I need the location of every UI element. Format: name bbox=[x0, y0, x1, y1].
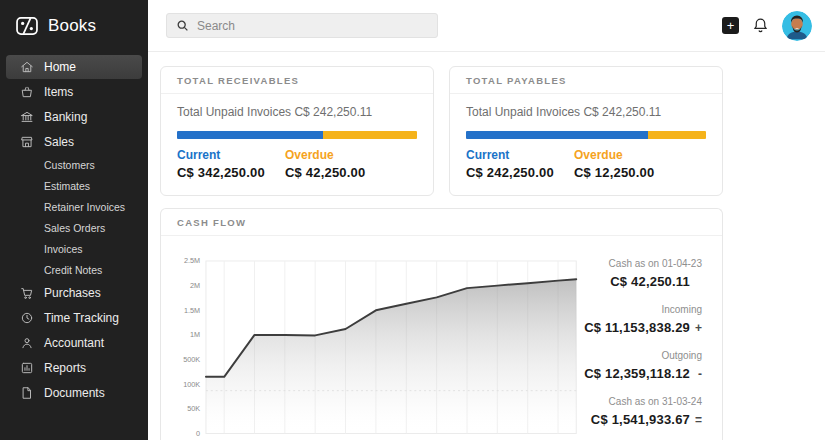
cash-flow-stat-incoming: IncomingC$ 11,153,838.29+ bbox=[584, 304, 702, 336]
sidebar-item-label: Home bbox=[44, 60, 76, 74]
items-icon bbox=[20, 85, 34, 99]
sidebar: Books HomeItemsBankingSalesCustomersEsti… bbox=[0, 0, 148, 440]
stat-value: C$ 11,153,838.29 bbox=[584, 320, 690, 335]
app-logo[interactable]: Books bbox=[0, 0, 148, 49]
reports-icon bbox=[20, 361, 34, 375]
quick-add-button[interactable]: + bbox=[722, 17, 739, 34]
sidebar-item-purchases[interactable]: Purchases bbox=[6, 281, 142, 305]
sidebar-item-banking[interactable]: Banking bbox=[6, 105, 142, 129]
sidebar-item-label: Reports bbox=[44, 361, 86, 375]
payables-current-value: C$ 242,250.00 bbox=[466, 165, 574, 180]
receivables-current-value: C$ 342,250.00 bbox=[177, 165, 285, 180]
payables-current-segment bbox=[466, 131, 648, 139]
stat-operator: = bbox=[690, 413, 702, 427]
total-receivables-card: TOTAL RECEIVABLES Total Unpaid Invoices … bbox=[160, 66, 434, 196]
svg-text:100K: 100K bbox=[183, 380, 200, 389]
search-input[interactable] bbox=[197, 19, 428, 33]
svg-text:1M: 1M bbox=[190, 330, 200, 339]
stat-operator: - bbox=[690, 367, 702, 381]
cash-flow-chart: 050K100K500K1M1.5M2M2.5MAPRMAYJUNJULAUGS… bbox=[173, 248, 584, 440]
sidebar-item-label: Purchases bbox=[44, 286, 101, 300]
purchases-icon bbox=[20, 286, 34, 300]
stat-label: Cash as on 01-04-23 bbox=[584, 258, 702, 269]
svg-text:2M: 2M bbox=[190, 281, 200, 290]
sidebar-item-documents[interactable]: Documents bbox=[6, 381, 142, 405]
payables-overdue-label: Overdue bbox=[574, 148, 682, 162]
stat-operator: + bbox=[690, 321, 702, 335]
total-payables-card: TOTAL PAYABLES Total Unpaid Invoices C$ … bbox=[449, 66, 723, 196]
payables-overdue-segment bbox=[648, 131, 706, 139]
sales-icon bbox=[20, 135, 34, 149]
cash-flow-card-title: CASH FLOW bbox=[161, 209, 722, 236]
receivables-subtitle: Total Unpaid Invoices C$ 242,250.11 bbox=[177, 105, 417, 119]
sidebar-item-sales[interactable]: Sales bbox=[6, 130, 142, 154]
receivables-card-title: TOTAL RECEIVABLES bbox=[161, 67, 433, 94]
dashboard-content: TOTAL RECEIVABLES Total Unpaid Invoices … bbox=[148, 52, 825, 440]
payables-progress-bar bbox=[466, 131, 706, 139]
receivables-overdue-label: Overdue bbox=[285, 148, 393, 162]
main-area: + bbox=[148, 0, 825, 440]
cash-flow-stats: Cash as on 01-04-23C$ 42,250.11IncomingC… bbox=[584, 248, 708, 440]
receivables-overdue-segment bbox=[323, 131, 417, 139]
banking-icon bbox=[20, 110, 34, 124]
sidebar-item-label: Sales bbox=[44, 135, 74, 149]
receivables-overdue-value: C$ 42,250.00 bbox=[285, 165, 393, 180]
sidebar-subitem-credit-notes[interactable]: Credit Notes bbox=[6, 260, 142, 281]
receivables-progress-bar bbox=[177, 131, 417, 139]
cash-flow-card: CASH FLOW 050K100K500K1M1.5M2M2.5MAPRMAY… bbox=[160, 208, 723, 440]
time-tracking-icon bbox=[20, 311, 34, 325]
svg-text:2.5M: 2.5M bbox=[184, 256, 200, 265]
sidebar-item-label: Banking bbox=[44, 110, 87, 124]
payables-card-title: TOTAL PAYABLES bbox=[450, 67, 722, 94]
sidebar-item-home[interactable]: Home bbox=[6, 55, 142, 79]
payables-current-label: Current bbox=[466, 148, 574, 162]
cash-flow-stat-cash-as-on-01-04-23: Cash as on 01-04-23C$ 42,250.11 bbox=[584, 258, 702, 290]
search-box[interactable] bbox=[166, 13, 438, 38]
stat-label: Incoming bbox=[584, 304, 702, 315]
accountant-icon bbox=[20, 336, 34, 350]
sidebar-subitem-retainer-invoices[interactable]: Retainer Invoices bbox=[6, 197, 142, 218]
stat-value: C$ 12,359,118.12 bbox=[584, 366, 690, 381]
sidebar-subitem-sales-orders[interactable]: Sales Orders bbox=[6, 218, 142, 239]
cash-flow-stat-outgoing: OutgoingC$ 12,359,118.12- bbox=[584, 350, 702, 382]
topbar-actions: + bbox=[722, 11, 812, 41]
sidebar-subitem-invoices[interactable]: Invoices bbox=[6, 239, 142, 260]
svg-text:0: 0 bbox=[196, 429, 200, 438]
sidebar-item-time-tracking[interactable]: Time Tracking bbox=[6, 306, 142, 330]
cash-flow-stat-cash-as-on-31-03-24: Cash as on 31-03-24C$ 1,541,933.67= bbox=[584, 396, 702, 428]
stat-value: C$ 1,541,933.67 bbox=[591, 412, 690, 427]
topbar: + bbox=[148, 0, 825, 52]
app-window: Books HomeItemsBankingSalesCustomersEsti… bbox=[0, 0, 825, 440]
svg-text:50K: 50K bbox=[187, 404, 200, 413]
receivables-current-label: Current bbox=[177, 148, 285, 162]
sidebar-item-label: Documents bbox=[44, 386, 105, 400]
stat-label: Outgoing bbox=[584, 350, 702, 361]
payables-subtitle: Total Unpaid Invoices C$ 242,250.11 bbox=[466, 105, 706, 119]
notifications-bell-icon[interactable] bbox=[752, 17, 769, 34]
search-icon bbox=[176, 19, 189, 32]
cash-flow-chart-svg: 050K100K500K1M1.5M2M2.5MAPRMAYJUNJULAUGS… bbox=[173, 248, 584, 440]
sidebar-item-items[interactable]: Items bbox=[6, 80, 142, 104]
sidebar-item-reports[interactable]: Reports bbox=[6, 356, 142, 380]
sidebar-item-label: Time Tracking bbox=[44, 311, 119, 325]
home-icon bbox=[20, 60, 34, 74]
stat-value: C$ 42,250.11 bbox=[610, 274, 690, 289]
receivables-current-segment bbox=[177, 131, 323, 139]
sidebar-subitem-estimates[interactable]: Estimates bbox=[6, 176, 142, 197]
svg-text:1.5M: 1.5M bbox=[184, 306, 200, 315]
sidebar-item-label: Items bbox=[44, 85, 73, 99]
sidebar-subitem-customers[interactable]: Customers bbox=[6, 155, 142, 176]
sidebar-item-label: Accountant bbox=[44, 336, 104, 350]
documents-icon bbox=[20, 386, 34, 400]
app-title: Books bbox=[48, 16, 96, 36]
svg-text:500K: 500K bbox=[183, 355, 200, 364]
stat-label: Cash as on 31-03-24 bbox=[584, 396, 702, 407]
summary-cards-row: TOTAL RECEIVABLES Total Unpaid Invoices … bbox=[160, 66, 723, 196]
books-logo-icon bbox=[14, 13, 40, 39]
payables-overdue-value: C$ 12,250.00 bbox=[574, 165, 682, 180]
user-avatar[interactable] bbox=[782, 11, 812, 41]
sidebar-item-accountant[interactable]: Accountant bbox=[6, 331, 142, 355]
sidebar-nav: HomeItemsBankingSalesCustomersEstimatesR… bbox=[0, 49, 148, 405]
